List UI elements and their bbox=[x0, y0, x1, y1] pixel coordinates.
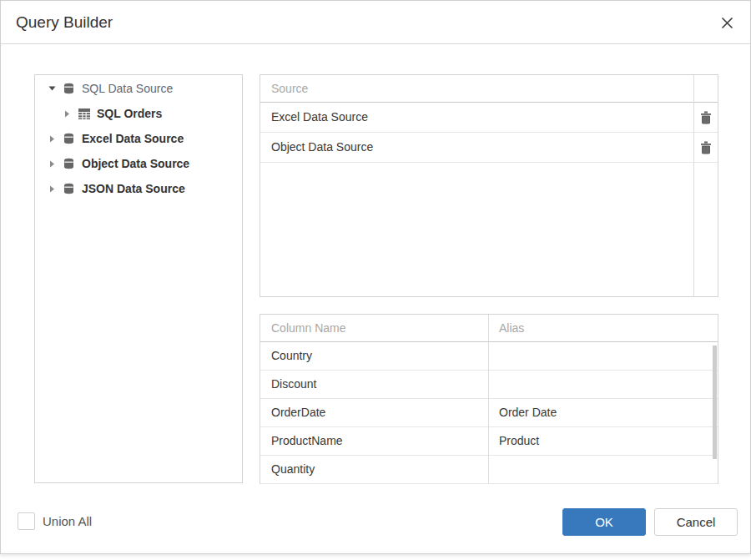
query-builder-dialog: Query Builder SQL Data Source bbox=[0, 0, 751, 554]
column-name-cell[interactable]: Discount bbox=[260, 371, 488, 398]
column-row-discount: Discount bbox=[260, 371, 718, 399]
column-row-orderdate: OrderDate Order Date bbox=[260, 399, 718, 427]
delete-source-button[interactable] bbox=[695, 133, 716, 162]
source-column-header: Source bbox=[260, 75, 718, 102]
tree-item-json-data-source[interactable]: JSON Data Source bbox=[35, 176, 242, 201]
alias-header: Alias bbox=[488, 315, 524, 341]
tree-item-sql-data-source[interactable]: SQL Data Source bbox=[35, 76, 242, 101]
delete-source-button[interactable] bbox=[695, 103, 716, 132]
vertical-scrollbar[interactable] bbox=[713, 346, 717, 459]
tree-item-object-data-source[interactable]: Object Data Source bbox=[35, 151, 242, 176]
page: Query Builder SQL Data Source bbox=[0, 0, 751, 560]
column-row-country: Country bbox=[260, 342, 718, 371]
source-grid: Source Excel Data Source Object Data Sou… bbox=[260, 74, 718, 297]
column-row-productname: ProductName Product bbox=[260, 427, 718, 456]
expand-arrow-icon[interactable] bbox=[48, 135, 56, 143]
title-bar: Query Builder bbox=[1, 1, 750, 44]
tree-item-label: Excel Data Source bbox=[82, 132, 184, 145]
database-icon bbox=[63, 183, 75, 194]
alias-cell[interactable] bbox=[488, 371, 718, 398]
database-icon bbox=[63, 158, 75, 169]
alias-cell[interactable] bbox=[488, 342, 718, 370]
tree-item-label: Object Data Source bbox=[82, 157, 189, 170]
column-name-cell[interactable]: Country bbox=[260, 342, 488, 370]
trash-icon bbox=[700, 111, 712, 124]
expand-arrow-icon[interactable] bbox=[48, 160, 56, 168]
tree-item-sql-orders[interactable]: SQL Orders bbox=[35, 101, 242, 126]
ok-button[interactable]: OK bbox=[562, 508, 646, 536]
alias-cell[interactable]: Product bbox=[488, 427, 718, 455]
tree-item-label: JSON Data Source bbox=[82, 182, 185, 195]
source-row-label: Object Data Source bbox=[260, 133, 718, 162]
database-icon bbox=[63, 83, 75, 94]
alias-column-divider bbox=[488, 315, 489, 483]
column-row-quantity: Quantity bbox=[260, 456, 718, 484]
collapse-arrow-icon[interactable] bbox=[48, 85, 56, 92]
dialog-title: Query Builder bbox=[16, 1, 113, 44]
union-all-label: Union All bbox=[43, 512, 92, 530]
columns-grid-header: Column Name Alias bbox=[260, 315, 718, 342]
tree-item-label: SQL Data Source bbox=[82, 82, 173, 95]
expand-arrow-icon[interactable] bbox=[48, 185, 56, 193]
close-button[interactable] bbox=[717, 13, 737, 33]
cancel-button[interactable]: Cancel bbox=[654, 508, 738, 536]
source-row-object[interactable]: Object Data Source bbox=[260, 133, 718, 163]
tree-item-excel-data-source[interactable]: Excel Data Source bbox=[35, 126, 242, 151]
union-all-checkbox[interactable] bbox=[18, 512, 35, 530]
source-grid-header: Source bbox=[260, 75, 718, 103]
columns-grid: Column Name Alias Country Discount Order… bbox=[260, 314, 718, 484]
database-icon bbox=[63, 133, 75, 144]
delete-column-divider bbox=[693, 75, 694, 296]
table-icon bbox=[78, 108, 90, 119]
alias-cell[interactable] bbox=[488, 456, 718, 483]
close-icon bbox=[721, 17, 733, 29]
column-name-cell[interactable]: Quantity bbox=[260, 456, 488, 483]
alias-cell[interactable]: Order Date bbox=[488, 399, 718, 426]
trash-icon bbox=[700, 141, 712, 154]
source-row-excel[interactable]: Excel Data Source bbox=[260, 103, 718, 133]
data-source-tree: SQL Data Source SQL Orders bbox=[34, 74, 243, 483]
column-name-cell[interactable]: OrderDate bbox=[260, 399, 488, 426]
expand-arrow-icon[interactable] bbox=[63, 110, 71, 118]
tree-item-label: SQL Orders bbox=[97, 107, 162, 120]
column-name-cell[interactable]: ProductName bbox=[260, 427, 488, 455]
source-row-label: Excel Data Source bbox=[260, 103, 718, 132]
